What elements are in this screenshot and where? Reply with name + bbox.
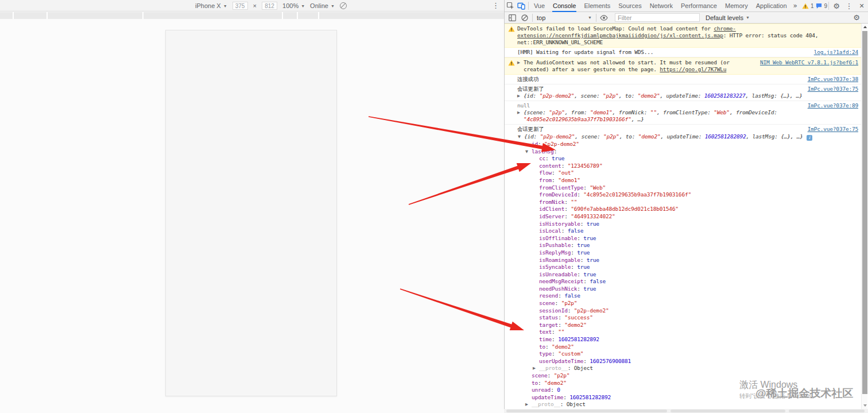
console-filter-input[interactable] [615, 13, 700, 22]
console-settings-button[interactable]: ⚙ [853, 13, 860, 22]
console-token: "4c895e2c0129635b9aa37f7b1903166f" [524, 116, 631, 122]
source-link[interactable]: ImPc.vue?037e:75 [808, 126, 858, 132]
console-token: , [660, 133, 666, 140]
property-value: "4c895e2c0129635b9aa37f7b1903166f" [583, 191, 691, 198]
property-colon: : [583, 184, 590, 191]
property-key: time [539, 336, 552, 342]
info-icon[interactable]: i [807, 135, 812, 141]
tab-elements[interactable]: Elements [580, 0, 614, 12]
console-token: , [575, 133, 581, 140]
console-token: to [625, 92, 631, 99]
property-value: "123456789" [568, 163, 603, 169]
console-token: "p2p" [603, 92, 619, 99]
settings-button[interactable]: ⚙ [830, 0, 843, 11]
chevron-down-icon: ▼ [588, 16, 592, 20]
network-throttle-select[interactable]: Online ▼ [310, 2, 335, 9]
tab-sources[interactable]: Sources [614, 0, 645, 12]
tab-memory[interactable]: Memory [721, 0, 752, 12]
console-token: : [596, 92, 603, 99]
property-value: Object [574, 365, 593, 371]
scroll-down-arrow[interactable] [862, 402, 868, 409]
console-token: : [584, 109, 590, 115]
tab-strip-segment [319, 12, 504, 19]
property-key: isReplyMsg [539, 249, 571, 256]
property-value: "p2p-demo2" [544, 141, 579, 147]
tab-strip-segment [0, 12, 13, 19]
devtools-menu-button[interactable]: ⋮ [843, 0, 855, 11]
property-key: fromNick [539, 199, 564, 205]
source-link[interactable]: NIM Web WebRTC v7.8.1.js?bef6:1 [760, 59, 858, 65]
console-token: "p2p" [549, 109, 565, 115]
toolbar-separator [528, 2, 529, 10]
property-value: false [564, 292, 580, 299]
expand-triangle-icon[interactable]: ▼ [518, 133, 524, 141]
console-token: , [613, 109, 619, 115]
console-token: "p2p-demo2" [540, 92, 575, 99]
console-line: DevTools failed to load SourceMap: Could… [517, 25, 858, 46]
property-colon: : [552, 336, 558, 342]
source-link[interactable]: log.js?1afd:24 [814, 49, 858, 55]
expand-triangle-icon[interactable]: ▶ [533, 365, 539, 372]
source-link[interactable]: ImPc.vue?037e:75 [808, 86, 858, 92]
zoom-select[interactable]: 100% ▼ [282, 2, 305, 9]
toggle-device-toolbar-button[interactable] [516, 0, 528, 11]
tab-console[interactable]: Console [549, 0, 580, 12]
console-token: updateTime [666, 92, 698, 99]
devtools-window: iPhone X ▼ × 100% ▼ Online ▼ ⋮ [0, 0, 868, 413]
toolbar-separator [596, 14, 596, 22]
console-messages: DevTools failed to load SourceMap: Could… [505, 24, 862, 409]
tree-property-row: idServer: "464913324022" [517, 213, 858, 221]
emulated-device-viewport[interactable] [165, 30, 337, 396]
live-expression-button[interactable] [598, 12, 610, 24]
close-devtools-button[interactable]: ✕ [855, 0, 868, 11]
console-token: , [619, 133, 626, 140]
tree-property-row: isSyncable: true [517, 264, 858, 271]
console-token: : [774, 109, 777, 115]
tab-application[interactable]: Application [752, 0, 791, 12]
console-token: 连接成功 [517, 76, 538, 82]
expand-triangle-icon[interactable]: ▼ [525, 148, 532, 156]
property-colon: : [554, 148, 557, 155]
issues-badge[interactable]: 9 [816, 3, 827, 9]
tab-network[interactable]: Network [646, 0, 677, 12]
warning-badge[interactable]: 1 [802, 3, 814, 9]
scrollbar-thumb[interactable] [862, 31, 867, 394]
scroll-up-arrow[interactable] [862, 24, 868, 30]
expand-triangle-icon[interactable]: ▶ [525, 401, 532, 408]
device-toolbar-menu-button[interactable]: ⋮ [492, 1, 499, 10]
property-value: false [590, 278, 606, 284]
source-link[interactable]: ImPc.vue?037e:38 [808, 76, 858, 82]
console-token: scene [580, 92, 596, 99]
tab-performance[interactable]: Performance [677, 0, 721, 12]
property-value: true [583, 235, 596, 241]
property-colon: : [577, 271, 583, 277]
tree-property-row: id: "p2p-demo2" [517, 141, 858, 148]
tab-vue[interactable]: Vue [530, 0, 549, 12]
device-width-input[interactable] [232, 2, 248, 10]
property-key: scene [532, 372, 548, 379]
source-link[interactable]: ImPc.vue?037e:89 [808, 102, 858, 109]
log-levels-select[interactable]: Default levels ▼ [706, 14, 750, 21]
property-value: false [568, 227, 584, 234]
tree-property-row: type: "custom" [517, 350, 858, 358]
device-height-input[interactable] [262, 2, 277, 10]
execution-context-select[interactable]: top ▼ [534, 14, 595, 21]
console-token: "" [650, 109, 657, 115]
property-colon: : [552, 169, 558, 176]
console-token: : [533, 92, 540, 99]
console-sidebar-toggle-button[interactable] [506, 12, 518, 24]
sidebar-panel-icon [509, 14, 516, 21]
clear-console-button[interactable] [518, 12, 531, 24]
inspect-element-button[interactable] [505, 0, 516, 11]
console-line: [HMR] Waiting for update signal from WDS… [517, 49, 858, 56]
console-token: , [574, 92, 580, 99]
expand-triangle-icon[interactable]: ▶ [517, 109, 524, 116]
console-scrollbar[interactable] [861, 24, 867, 409]
message-link[interactable]: https://goo.gl/7K7WLu [660, 66, 726, 72]
property-key: fromDeviceId [539, 191, 577, 198]
device-select[interactable]: iPhone X ▼ [195, 2, 227, 9]
more-tabs-button[interactable]: » [791, 2, 800, 10]
tree-property-row: text: "" [517, 329, 858, 336]
expand-triangle-icon[interactable]: ▶ [517, 59, 524, 66]
expand-triangle-icon[interactable]: ▶ [517, 92, 524, 99]
